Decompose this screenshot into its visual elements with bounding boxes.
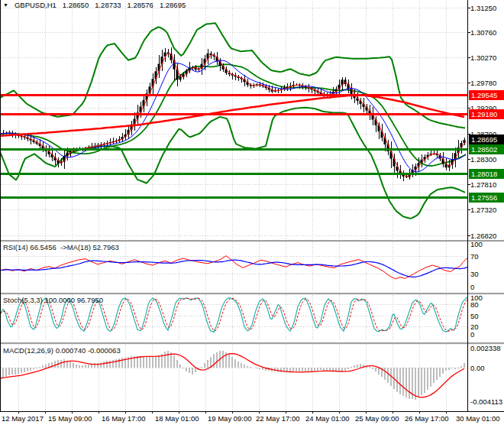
time-tick-label: 12 May 2017 — [2, 414, 44, 423]
price-level-tag: 1.27556 — [469, 193, 504, 203]
price-level-tag: 1.28695 — [469, 135, 504, 144]
rsi-scale-label: 70 — [470, 252, 479, 261]
price-tick-label: 1.30760 — [470, 28, 496, 37]
rsi-line — [0, 256, 467, 279]
price-level-tag: 1.29180 — [469, 109, 504, 119]
candle-body — [179, 77, 182, 80]
time-tick-label: 30 May 01:00 — [456, 414, 500, 423]
stoch-scale-label: 50 — [470, 312, 479, 320]
macd-scale-label: 0.00 — [470, 364, 485, 372]
price-axis[interactable]: 1.312501.307601.302701.297801.292901.287… — [468, 0, 504, 411]
rsi-scale-label: 0 — [470, 283, 474, 291]
time-tick-label: 19 May 09:00 — [208, 414, 252, 423]
mt4-chart-window: ▼ GBPUSD,H1 1.28650 1.28733 1.28576 1.28… — [0, 0, 504, 428]
close-value: 1.28695 — [160, 1, 186, 9]
time-tick-label: 15 May 09:00 — [48, 414, 92, 423]
price-tick-label: 1.26820 — [470, 232, 496, 240]
main-chart-panel — [0, 23, 466, 219]
macd-scale-label: 0.002338 — [470, 344, 501, 352]
stoch-scale-label: 80 — [470, 300, 479, 309]
price-tick-label: 1.31250 — [470, 4, 496, 12]
time-tick-label: 25 May 09:00 — [355, 414, 399, 423]
price-tick-label: 1.28300 — [470, 155, 496, 164]
candle-body — [344, 79, 347, 84]
price-level-tag: 1.28018 — [469, 169, 504, 179]
price-level-tag: 1.28502 — [469, 144, 504, 154]
stoch-scale-label: 0 — [470, 330, 474, 339]
price-tick-label: 1.29780 — [470, 79, 496, 87]
rsi-scale-label: 100 — [470, 240, 483, 248]
price-tick-label: 1.27810 — [470, 180, 496, 189]
rsi-indicator-label: RSI(14) 66.5456 ->MA(18) 52.7963 — [3, 243, 119, 251]
time-tick-label: 18 May 01:00 — [155, 414, 199, 423]
band-lower-line — [0, 108, 465, 219]
time-tick-label: 24 May 01:00 — [305, 414, 350, 423]
stoch-indicator-label: Stoch(5,3,3) 100.0000 96.7950 — [3, 296, 103, 304]
macd-panel — [0, 351, 464, 399]
price-tick-label: 1.27320 — [470, 206, 496, 214]
rsi-scale-label: 30 — [470, 270, 479, 278]
symbol-dropdown-icon[interactable]: ▼ — [3, 2, 8, 9]
rsi-panel — [0, 256, 467, 279]
ohlc-info-row: ▼ GBPUSD,H1 1.28650 1.28733 1.28576 1.28… — [3, 1, 186, 9]
price-tick-label: 1.30270 — [470, 54, 496, 62]
time-tick-label: 26 May 17:00 — [405, 414, 449, 423]
time-tick-label: 22 May 17:00 — [256, 414, 300, 423]
chart-canvas[interactable] — [0, 0, 504, 428]
price-level-tag: 1.29545 — [469, 90, 504, 100]
low-value: 1.28576 — [128, 1, 153, 9]
macd-indicator-label: MACD(12,26,9) 0.000740 -0.000063 — [3, 346, 121, 355]
high-value: 1.28733 — [95, 1, 121, 9]
macd-scale-label: -0.004113 — [470, 397, 502, 406]
symbol-label: GBPUSD,H1 — [15, 1, 57, 9]
time-axis[interactable]: 12 May 201715 May 09:0016 May 17:0018 Ma… — [0, 412, 504, 428]
open-value: 1.28650 — [63, 1, 89, 9]
time-tick-label: 16 May 17:00 — [102, 414, 146, 423]
